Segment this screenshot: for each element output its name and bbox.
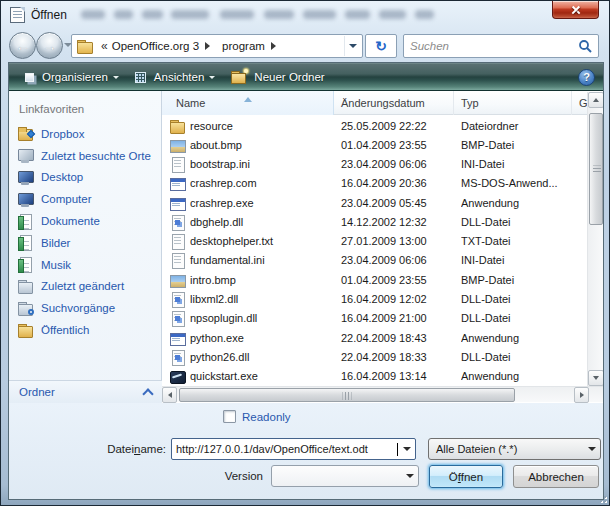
- folders-expander[interactable]: Ordner: [9, 380, 162, 403]
- close-icon: [571, 5, 581, 15]
- filename-dropdown-button[interactable]: [398, 439, 415, 459]
- main-area: Linkfavoriten Dropbox Zuletzt besuchte O…: [9, 91, 603, 403]
- background-menu-blur: [171, 10, 209, 19]
- views-button[interactable]: Ansichten: [127, 68, 224, 86]
- window-title: Öffnen: [31, 8, 67, 22]
- chevron-down-icon: [113, 76, 119, 82]
- sidebar-item-computer[interactable]: Computer: [9, 188, 162, 210]
- chevron-down-icon: [401, 466, 418, 486]
- grip-icon: [593, 166, 601, 173]
- forward-arrow-icon: →: [43, 39, 57, 53]
- pictures-icon: [17, 235, 34, 250]
- scroll-left-button[interactable]: [162, 387, 177, 403]
- file-row[interactable]: npsoplugin.dll 16.04.2009 21:00 DLL-Date…: [162, 309, 587, 328]
- address-bar[interactable]: « OpenOffice.org 3 program: [71, 34, 363, 58]
- filename-label: Dateiname:: [49, 443, 166, 455]
- help-icon: ?: [583, 71, 590, 83]
- search-input[interactable]: Suchen: [403, 34, 599, 58]
- sort-ascending-icon: [244, 93, 252, 102]
- background-menu-blur: [264, 10, 294, 19]
- dialog-footer: Readonly Dateiname: http://127.0.0.1/dav…: [9, 403, 603, 499]
- help-button[interactable]: ?: [578, 69, 595, 86]
- breadcrumb-overflow[interactable]: «: [101, 39, 108, 53]
- background-menu-blur: [220, 10, 254, 19]
- file-row[interactable]: fundamental.ini 23.04.2009 06:06 INI-Dat…: [162, 251, 587, 270]
- column-header-name[interactable]: Name: [162, 91, 334, 115]
- desktop-icon: [17, 170, 34, 185]
- filename-input[interactable]: http://127.0.0.1/dav/OpenOffice/text.odt: [171, 438, 416, 460]
- open-button[interactable]: Öffnen: [429, 465, 503, 488]
- version-select[interactable]: [271, 465, 419, 487]
- column-header-type[interactable]: Typ: [454, 91, 572, 115]
- favorites-sidebar: Linkfavoriten Dropbox Zuletzt besuchte O…: [9, 91, 162, 403]
- sidebar-item-pictures[interactable]: Bilder: [9, 232, 162, 254]
- sidebar-item-recently-changed[interactable]: Zuletzt geändert: [9, 276, 162, 298]
- sidebar-item-dropbox[interactable]: Dropbox: [9, 123, 162, 145]
- new-folder-icon: [231, 71, 246, 83]
- sidebar-item-searches[interactable]: Suchvorgänge: [9, 297, 162, 319]
- organize-label: Organisieren: [42, 71, 108, 83]
- filetype-select[interactable]: Alle Dateien (*.*): [428, 438, 601, 460]
- horizontal-scrollbar[interactable]: [162, 386, 603, 402]
- documents-icon: [17, 214, 34, 229]
- chevron-right-icon[interactable]: [271, 42, 280, 50]
- file-row[interactable]: quickstart.exe 16.04.2009 13:14 Anwendun…: [162, 366, 587, 385]
- vertical-scroll-thumb[interactable]: [589, 113, 603, 225]
- file-row[interactable]: bootstrap.ini 23.04.2009 06:06 INI-Datei: [162, 155, 587, 174]
- new-folder-button[interactable]: Neuer Ordner: [223, 68, 332, 86]
- application-icon: [169, 330, 185, 346]
- quickstart-app-icon: [169, 368, 185, 384]
- sidebar-item-documents[interactable]: Dokumente: [9, 210, 162, 232]
- file-row[interactable]: python26.dll 22.04.2009 18:33 DLL-Datei: [162, 347, 587, 366]
- chevron-down-icon: [349, 44, 357, 52]
- address-dropdown-button[interactable]: [344, 36, 360, 56]
- vertical-scrollbar[interactable]: [587, 92, 603, 386]
- sidebar-item-recent-places[interactable]: Zuletzt besuchte Orte: [9, 145, 162, 167]
- file-row[interactable]: resource 25.05.2009 22:22 Dateiordner: [162, 116, 587, 135]
- sidebar-item-music[interactable]: Musik: [9, 254, 162, 276]
- file-row[interactable]: python.exe 22.04.2009 18:43 Anwendung: [162, 328, 587, 347]
- triangle-right-icon: [580, 392, 587, 398]
- dll-file-icon: [169, 291, 185, 307]
- chevron-right-icon[interactable]: [205, 42, 214, 50]
- file-row[interactable]: libxml2.dll 16.04.2009 12:02 DLL-Datei: [162, 289, 587, 308]
- file-row[interactable]: intro.bmp 01.04.2009 23:55 BMP-Datei: [162, 270, 587, 289]
- close-button[interactable]: [552, 1, 599, 19]
- back-button[interactable]: ←: [9, 32, 36, 59]
- file-row[interactable]: about.bmp 01.04.2009 23:55 BMP-Datei: [162, 135, 587, 154]
- recent-places-icon: [17, 148, 34, 163]
- dll-file-icon: [169, 214, 185, 230]
- organize-button[interactable]: Organisieren: [17, 68, 127, 86]
- triangle-down-icon: [593, 376, 599, 383]
- title-bar[interactable]: Öffnen: [1, 1, 610, 29]
- scroll-right-button[interactable]: [574, 387, 589, 403]
- navigation-bar: ← → « OpenOffice.org 3 program ↻ Suchen: [1, 29, 610, 63]
- column-header-date[interactable]: Änderungsdatum: [334, 91, 454, 115]
- horizontal-scroll-thumb[interactable]: [179, 388, 515, 402]
- computer-icon: [17, 192, 34, 207]
- file-row[interactable]: dbghelp.dll 14.12.2002 12:32 DLL-Datei: [162, 212, 587, 231]
- views-label: Ansichten: [154, 71, 205, 83]
- file-row[interactable]: desktophelper.txt 27.01.2009 13:00 TXT-D…: [162, 232, 587, 251]
- folders-label: Ordner: [19, 386, 144, 398]
- filetype-value: Alle Dateien (*.*): [429, 443, 583, 455]
- search-icon[interactable]: [578, 39, 592, 53]
- readonly-checkbox[interactable]: [223, 410, 236, 423]
- refresh-button[interactable]: ↻: [365, 34, 397, 58]
- sidebar-item-public[interactable]: Öffentlich: [9, 319, 162, 341]
- sidebar-item-desktop[interactable]: Desktop: [9, 167, 162, 189]
- background-menu-blur: [379, 10, 406, 19]
- version-label: Version: [149, 470, 263, 482]
- breadcrumb-segment[interactable]: OpenOffice.org 3: [110, 39, 201, 53]
- scroll-down-button[interactable]: [588, 370, 604, 386]
- dropbox-folder-icon: [17, 126, 34, 141]
- triangle-left-icon: [165, 392, 172, 398]
- cancel-button[interactable]: Abbrechen: [513, 465, 599, 488]
- breadcrumb-segment[interactable]: program: [220, 39, 267, 53]
- forward-button[interactable]: →: [36, 32, 63, 59]
- file-row[interactable]: crashrep.exe 23.04.2009 05:45 Anwendung: [162, 193, 587, 212]
- file-row[interactable]: crashrep.com 16.04.2009 20:36 MS-DOS-Anw…: [162, 174, 587, 193]
- background-menu-blur: [142, 10, 163, 19]
- background-menu-blur: [345, 10, 370, 19]
- scroll-up-button[interactable]: [588, 92, 604, 108]
